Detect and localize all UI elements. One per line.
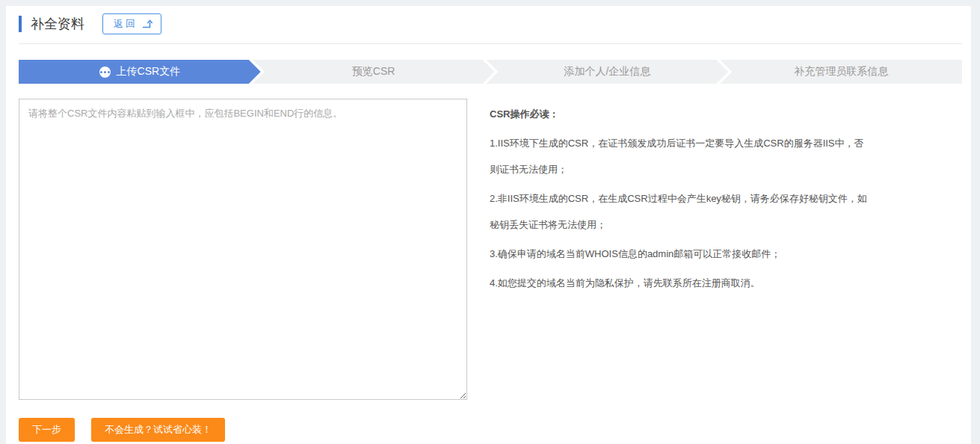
page-header: 补全资料 返回 bbox=[19, 12, 962, 36]
main-area: CSR操作必读： 1.IIS环境下生成的CSR，在证书颁发成功后证书一定要导入生… bbox=[19, 99, 962, 400]
step-preview-csr[interactable]: 预览CSR bbox=[253, 60, 495, 84]
next-step-button[interactable]: 下一步 bbox=[19, 418, 75, 442]
step-label: 上传CSR文件 bbox=[117, 65, 181, 78]
step-label: 补充管理员联系信息 bbox=[794, 65, 888, 78]
header-divider bbox=[19, 43, 962, 44]
csr-notice-panel: CSR操作必读： 1.IIS环境下生成的CSR，在证书颁发成功后证书一定要导入生… bbox=[490, 99, 867, 400]
notice-title: CSR操作必读： bbox=[490, 101, 867, 127]
footer-actions: 下一步 不会生成？试试省心装！ bbox=[19, 418, 962, 442]
page-title: 补全资料 bbox=[19, 16, 84, 32]
step-label: 预览CSR bbox=[352, 65, 395, 78]
notice-item-2: 2.非IIS环境生成的CSR，在生成CSR过程中会产生key秘钥，请务必保存好秘… bbox=[490, 185, 867, 238]
step-label: 添加个人/企业信息 bbox=[564, 65, 650, 78]
return-arrow-icon bbox=[142, 19, 153, 28]
step-admin-contact[interactable]: 补充管理员联系信息 bbox=[720, 60, 962, 84]
back-button-label: 返回 bbox=[114, 17, 138, 31]
notice-item-3: 3.确保申请的域名当前WHOIS信息的admin邮箱可以正常接收邮件； bbox=[490, 241, 867, 267]
notice-item-4: 4.如您提交的域名当前为隐私保护，请先联系所在注册商取消。 bbox=[490, 270, 867, 296]
content-panel: 补全资料 返回 上传CSR文件 预览CSR 添加个人/企业信息 补充管理员联系信… bbox=[6, 6, 971, 444]
notice-item-1: 1.IIS环境下生成的CSR，在证书颁发成功后证书一定要导入生成CSR的服务器I… bbox=[490, 130, 867, 182]
step-wizard: 上传CSR文件 预览CSR 添加个人/企业信息 补充管理员联系信息 bbox=[19, 60, 962, 84]
step-add-info[interactable]: 添加个人/企业信息 bbox=[487, 60, 729, 84]
step-upload-csr[interactable]: 上传CSR文件 bbox=[19, 60, 261, 84]
back-button[interactable]: 返回 bbox=[102, 13, 161, 34]
ellipsis-icon bbox=[99, 67, 111, 78]
easy-install-button[interactable]: 不会生成？试试省心装！ bbox=[91, 418, 225, 442]
csr-content-input[interactable] bbox=[19, 99, 467, 400]
